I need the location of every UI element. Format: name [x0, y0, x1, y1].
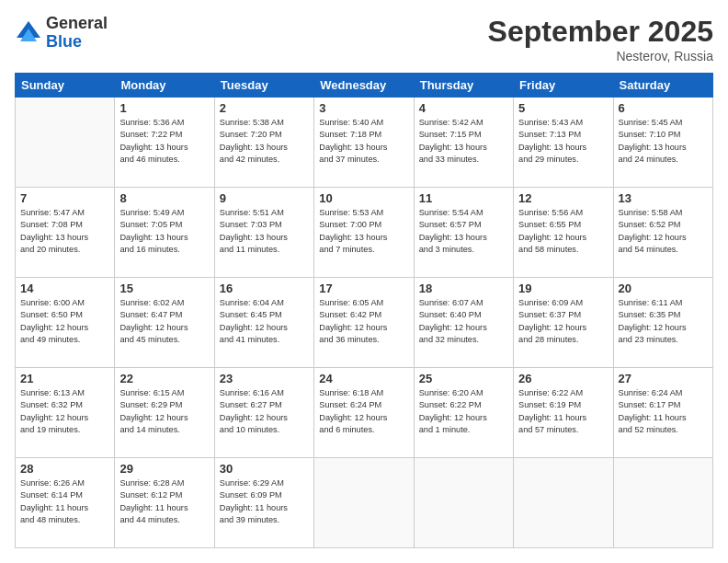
day-number: 22	[119, 372, 209, 385]
table-row: 27Sunrise: 6:24 AM Sunset: 6:17 PM Dayli…	[613, 368, 712, 458]
table-row: 12Sunrise: 5:56 AM Sunset: 6:55 PM Dayli…	[514, 188, 613, 278]
table-row: 18Sunrise: 6:07 AM Sunset: 6:40 PM Dayli…	[414, 278, 513, 368]
table-row: 2Sunrise: 5:38 AM Sunset: 7:20 PM Daylig…	[214, 98, 313, 188]
logo-text: General Blue	[46, 15, 108, 52]
logo-general: General	[46, 15, 108, 33]
day-info: Sunrise: 6:20 AM Sunset: 6:22 PM Dayligh…	[419, 387, 508, 436]
day-info: Sunrise: 5:58 AM Sunset: 6:52 PM Dayligh…	[619, 207, 708, 256]
day-number: 14	[20, 282, 109, 295]
day-info: Sunrise: 6:04 AM Sunset: 6:45 PM Dayligh…	[220, 297, 309, 346]
day-info: Sunrise: 5:49 AM Sunset: 7:05 PM Dayligh…	[119, 207, 209, 256]
table-row: 28Sunrise: 6:26 AM Sunset: 6:14 PM Dayli…	[16, 458, 115, 548]
day-number: 9	[220, 191, 309, 205]
logo-blue: Blue	[46, 33, 108, 52]
day-number: 8	[119, 191, 209, 205]
calendar-week-row: 28Sunrise: 6:26 AM Sunset: 6:14 PM Dayli…	[16, 458, 713, 548]
day-number: 3	[319, 101, 408, 115]
table-row: 17Sunrise: 6:05 AM Sunset: 6:42 PM Dayli…	[314, 278, 414, 368]
day-info: Sunrise: 6:05 AM Sunset: 6:42 PM Dayligh…	[319, 297, 408, 346]
logo: General Blue	[15, 15, 108, 52]
header: General Blue September 2025 Nesterov, Ru…	[15, 15, 713, 63]
day-info: Sunrise: 6:22 AM Sunset: 6:19 PM Dayligh…	[518, 387, 608, 436]
table-row: 1Sunrise: 5:36 AM Sunset: 7:22 PM Daylig…	[115, 98, 214, 188]
table-row	[514, 458, 613, 548]
calendar-week-row: 21Sunrise: 6:13 AM Sunset: 6:32 PM Dayli…	[16, 368, 713, 458]
table-row: 3Sunrise: 5:40 AM Sunset: 7:18 PM Daylig…	[314, 98, 414, 188]
table-row: 19Sunrise: 6:09 AM Sunset: 6:37 PM Dayli…	[514, 278, 613, 368]
table-row: 21Sunrise: 6:13 AM Sunset: 6:32 PM Dayli…	[16, 368, 115, 458]
table-row	[414, 458, 513, 548]
day-info: Sunrise: 6:15 AM Sunset: 6:29 PM Dayligh…	[119, 387, 209, 436]
table-row: 14Sunrise: 6:00 AM Sunset: 6:50 PM Dayli…	[16, 278, 115, 368]
day-number: 15	[119, 282, 209, 295]
table-row: 13Sunrise: 5:58 AM Sunset: 6:52 PM Dayli…	[613, 188, 712, 278]
month-title: September 2025	[488, 15, 713, 49]
table-row: 23Sunrise: 6:16 AM Sunset: 6:27 PM Dayli…	[214, 368, 313, 458]
calendar-week-row: 7Sunrise: 5:47 AM Sunset: 7:08 PM Daylig…	[16, 188, 713, 278]
day-info: Sunrise: 5:40 AM Sunset: 7:18 PM Dayligh…	[319, 117, 408, 166]
col-saturday: Saturday	[613, 74, 712, 98]
day-info: Sunrise: 6:24 AM Sunset: 6:17 PM Dayligh…	[619, 387, 708, 436]
day-info: Sunrise: 6:00 AM Sunset: 6:50 PM Dayligh…	[20, 297, 109, 346]
day-number: 5	[518, 101, 608, 115]
day-number: 27	[619, 372, 708, 385]
day-info: Sunrise: 5:54 AM Sunset: 6:57 PM Dayligh…	[419, 207, 508, 256]
table-row	[314, 458, 414, 548]
day-info: Sunrise: 6:07 AM Sunset: 6:40 PM Dayligh…	[419, 297, 508, 346]
day-number: 1	[119, 101, 209, 115]
day-number: 20	[619, 282, 708, 295]
title-block: September 2025 Nesterov, Russia	[488, 15, 713, 63]
day-info: Sunrise: 6:26 AM Sunset: 6:14 PM Dayligh…	[20, 477, 109, 526]
day-number: 29	[119, 462, 209, 476]
table-row: 22Sunrise: 6:15 AM Sunset: 6:29 PM Dayli…	[115, 368, 214, 458]
day-number: 12	[518, 191, 608, 205]
col-thursday: Thursday	[414, 74, 513, 98]
table-row	[16, 98, 115, 188]
table-row: 10Sunrise: 5:53 AM Sunset: 7:00 PM Dayli…	[314, 188, 414, 278]
day-number: 2	[220, 101, 309, 115]
day-info: Sunrise: 6:18 AM Sunset: 6:24 PM Dayligh…	[319, 387, 408, 436]
day-number: 19	[518, 282, 608, 295]
day-number: 26	[518, 372, 608, 385]
day-info: Sunrise: 6:09 AM Sunset: 6:37 PM Dayligh…	[518, 297, 608, 346]
col-monday: Monday	[115, 74, 214, 98]
day-info: Sunrise: 6:13 AM Sunset: 6:32 PM Dayligh…	[20, 387, 109, 436]
day-number: 17	[319, 282, 408, 295]
table-row: 29Sunrise: 6:28 AM Sunset: 6:12 PM Dayli…	[115, 458, 214, 548]
table-row: 9Sunrise: 5:51 AM Sunset: 7:03 PM Daylig…	[214, 188, 313, 278]
day-number: 13	[619, 191, 708, 205]
day-info: Sunrise: 5:42 AM Sunset: 7:15 PM Dayligh…	[419, 117, 508, 166]
table-row: 16Sunrise: 6:04 AM Sunset: 6:45 PM Dayli…	[214, 278, 313, 368]
table-row: 7Sunrise: 5:47 AM Sunset: 7:08 PM Daylig…	[16, 188, 115, 278]
table-row: 26Sunrise: 6:22 AM Sunset: 6:19 PM Dayli…	[514, 368, 613, 458]
col-sunday: Sunday	[16, 74, 115, 98]
day-number: 4	[419, 101, 508, 115]
page: General Blue September 2025 Nesterov, Ru…	[0, 0, 728, 563]
day-number: 21	[20, 372, 109, 385]
day-number: 23	[220, 372, 309, 385]
table-row: 25Sunrise: 6:20 AM Sunset: 6:22 PM Dayli…	[414, 368, 513, 458]
day-info: Sunrise: 5:56 AM Sunset: 6:55 PM Dayligh…	[518, 207, 608, 256]
table-row	[613, 458, 712, 548]
day-number: 24	[319, 372, 408, 385]
day-info: Sunrise: 6:29 AM Sunset: 6:09 PM Dayligh…	[220, 477, 309, 526]
day-number: 18	[419, 282, 508, 295]
day-info: Sunrise: 6:11 AM Sunset: 6:35 PM Dayligh…	[619, 297, 708, 346]
day-info: Sunrise: 6:16 AM Sunset: 6:27 PM Dayligh…	[220, 387, 309, 436]
table-row: 30Sunrise: 6:29 AM Sunset: 6:09 PM Dayli…	[214, 458, 313, 548]
table-row: 20Sunrise: 6:11 AM Sunset: 6:35 PM Dayli…	[613, 278, 712, 368]
location: Nesterov, Russia	[488, 49, 713, 63]
table-row: 5Sunrise: 5:43 AM Sunset: 7:13 PM Daylig…	[514, 98, 613, 188]
day-number: 25	[419, 372, 508, 385]
day-info: Sunrise: 5:36 AM Sunset: 7:22 PM Dayligh…	[119, 117, 209, 166]
table-row: 4Sunrise: 5:42 AM Sunset: 7:15 PM Daylig…	[414, 98, 513, 188]
day-info: Sunrise: 5:47 AM Sunset: 7:08 PM Dayligh…	[20, 207, 109, 256]
day-number: 7	[20, 191, 109, 205]
col-tuesday: Tuesday	[214, 74, 313, 98]
table-row: 8Sunrise: 5:49 AM Sunset: 7:05 PM Daylig…	[115, 188, 214, 278]
day-number: 30	[220, 462, 309, 476]
table-row: 15Sunrise: 6:02 AM Sunset: 6:47 PM Dayli…	[115, 278, 214, 368]
day-number: 10	[319, 191, 408, 205]
col-friday: Friday	[514, 74, 613, 98]
calendar-header-row: Sunday Monday Tuesday Wednesday Thursday…	[16, 74, 713, 98]
